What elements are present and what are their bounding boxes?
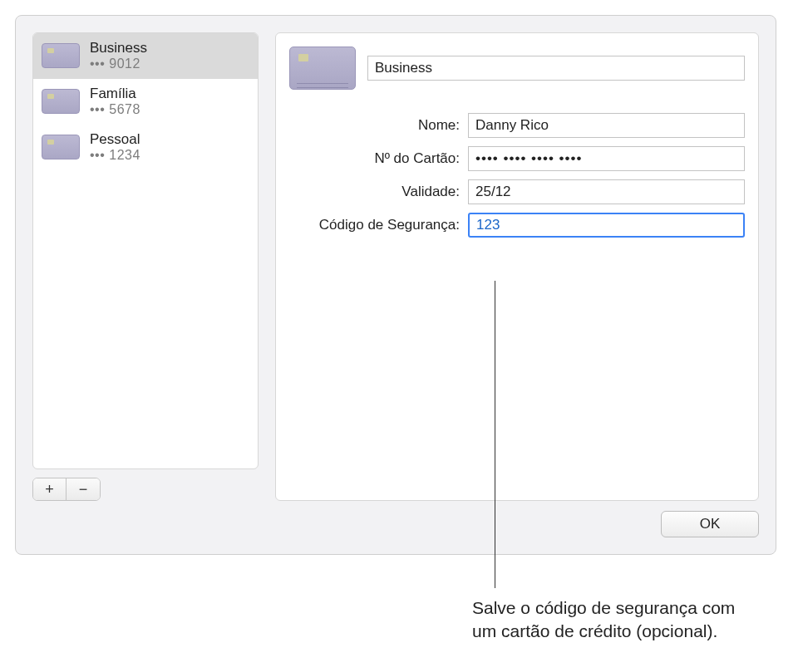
card-name: Pessoal [90,131,140,148]
card-last4: ••• 5678 [90,102,140,117]
field-row-card-number: Nº do Cartão: [289,146,745,171]
expiry-input[interactable] [468,179,745,204]
card-item-business[interactable]: Business ••• 9012 [33,33,258,79]
footer: OK [32,511,759,537]
callout-line [495,281,495,588]
card-item-pessoal[interactable]: Pessoal ••• 1234 [33,125,258,170]
field-row-name: Nome: [289,113,745,138]
add-card-button[interactable]: + [33,478,66,500]
credit-card-icon [42,135,80,159]
field-label-expiry: Validade: [289,184,468,200]
field-row-security-code: Código de Segurança: [289,213,745,238]
field-label-card-number: Nº do Cartão: [289,150,468,167]
card-number-input[interactable] [468,146,745,171]
card-list[interactable]: Business ••• 9012 Família ••• 5678 Pesso… [32,32,259,469]
field-label-name: Nome: [289,117,468,134]
callout-text: Salve o código de segurança com um cartã… [472,596,738,644]
card-text: Família ••• 5678 [90,86,140,117]
card-name: Business [90,40,147,56]
card-item-familia[interactable]: Família ••• 5678 [33,79,258,125]
credit-card-settings-window: Business ••• 9012 Família ••• 5678 Pesso… [15,15,776,555]
add-remove-group: + − [32,478,101,501]
card-text: Pessoal ••• 1234 [90,131,140,163]
card-title-input[interactable] [367,56,745,81]
credit-card-icon [42,89,80,114]
card-text: Business ••• 9012 [90,40,147,71]
card-name: Família [90,86,140,102]
remove-card-button[interactable]: − [66,478,100,500]
field-row-expiry: Validade: [289,179,745,204]
security-code-input[interactable] [468,213,745,238]
card-last4: ••• 9012 [90,56,147,71]
cardholder-name-input[interactable] [468,113,745,138]
detail-header [289,47,745,90]
card-detail-panel: Nome: Nº do Cartão: Validade: Código de … [275,32,759,501]
card-last4: ••• 1234 [90,148,140,163]
field-label-security-code: Código de Segurança: [289,217,468,233]
sidebar: Business ••• 9012 Família ••• 5678 Pesso… [32,32,259,501]
credit-card-icon [289,47,356,90]
main-area: Business ••• 9012 Família ••• 5678 Pesso… [32,32,759,501]
ok-button[interactable]: OK [661,511,759,537]
credit-card-icon [42,43,80,68]
